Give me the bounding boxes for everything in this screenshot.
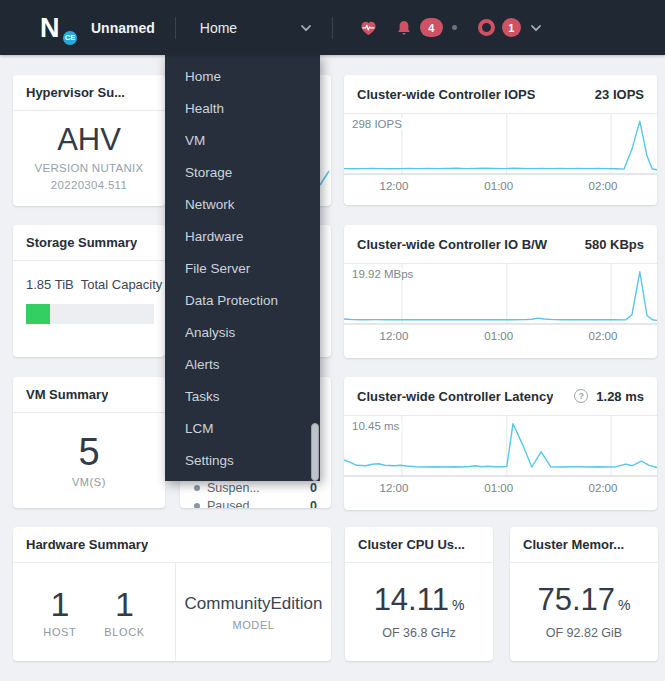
tasks-chevron-down-icon[interactable] <box>530 22 542 34</box>
alerts-count-badge[interactable]: 4 <box>420 18 443 37</box>
x-tick-label: 12:00 <box>380 180 409 192</box>
hypervisor-type: AHV <box>57 124 121 157</box>
storage-bar-fill <box>26 304 50 324</box>
card-title: Hypervisor Su... <box>26 85 125 100</box>
vm-count-label: VM(S) <box>72 476 106 488</box>
block-count[interactable]: 1 <box>115 587 134 621</box>
cluster-name[interactable]: Unnamed <box>91 20 155 36</box>
memory-usage-value: 75.17 <box>537 584 615 615</box>
nutanix-logo[interactable]: N CE <box>40 13 70 43</box>
y-max-label: 298 IOPS <box>352 118 405 130</box>
alerts-bell-icon[interactable] <box>395 19 413 37</box>
menu-item-settings[interactable]: Settings <box>165 444 320 476</box>
storage-usage-bar[interactable] <box>26 304 154 324</box>
nav-home-dropdown[interactable]: Home <box>177 0 332 55</box>
cluster-memory-card: Cluster Memor... 75.17 % OF 92.82 GiB <box>510 527 658 661</box>
iops-current-value: 23 IOPS <box>595 87 644 102</box>
community-edition-badge: CE <box>62 30 78 46</box>
menu-item-lcm[interactable]: LCM <box>165 412 320 444</box>
memory-usage-unit: % <box>618 597 630 613</box>
card-title: Cluster CPU Us... <box>358 537 465 552</box>
y-max-label: 10.45 ms <box>352 420 402 432</box>
cluster-cpu-card: Cluster CPU Us... 14.11 % OF 36.8 GHz <box>345 527 493 661</box>
menu-item-hardware[interactable]: Hardware <box>165 220 320 252</box>
menu-item-data-protection[interactable]: Data Protection <box>165 284 320 316</box>
block-label: BLOCK <box>104 626 144 638</box>
host-label: HOST <box>43 626 76 638</box>
card-title: Cluster-wide Controller Latency <box>357 389 553 404</box>
header-divider <box>332 17 333 39</box>
x-tick-label: 02:00 <box>589 180 618 192</box>
cpu-capacity: OF 36.8 GHz <box>382 626 456 640</box>
controller-io-bw-card: Cluster-wide Controller IO B/W 580 KBps … <box>344 225 657 358</box>
vm-summary-card: VM Summary 5 VM(S) <box>13 377 165 508</box>
hardware-model: CommunityEdition <box>185 594 323 614</box>
cpu-usage-value: 14.11 <box>374 584 449 615</box>
bell-icon <box>395 19 413 37</box>
menu-item-file-server[interactable]: File Server <box>165 252 320 284</box>
tasks-ring-icon[interactable] <box>478 19 495 36</box>
card-title: Cluster-wide Controller IO B/W <box>357 237 547 252</box>
y-max-label: 19.92 MBps <box>352 268 416 280</box>
x-tick-label: 12:00 <box>380 482 409 494</box>
x-tick-label: 02:00 <box>589 482 618 494</box>
menu-item-analysis[interactable]: Analysis <box>165 316 320 348</box>
x-tick-label: 12:00 <box>380 330 409 342</box>
menu-item-storage[interactable]: Storage <box>165 156 320 188</box>
menu-item-network[interactable]: Network <box>165 188 320 220</box>
memory-capacity: OF 92.82 GiB <box>546 626 622 640</box>
top-nav-bar: N CE Unnamed Home 4 1 <box>0 0 665 55</box>
card-title: Hardware Summary <box>26 537 148 552</box>
card-title: VM Summary <box>26 387 108 402</box>
card-title: Storage Summary <box>26 235 137 250</box>
iops-chart: 298 IOPS 12:0001:0002:00 <box>344 113 657 205</box>
vm-count[interactable]: 5 <box>78 433 99 471</box>
hypervisor-summary-card: Hypervisor Su... AHV VERSION NUTANIX 202… <box>13 75 165 206</box>
host-count[interactable]: 1 <box>50 587 69 621</box>
menu-item-vm[interactable]: VM <box>165 124 320 156</box>
header-divider <box>175 17 176 39</box>
tasks-count-badge[interactable]: 1 <box>502 18 521 37</box>
hardware-summary-card: Hardware Summary 1 HOST 1 BLOCK Communit… <box>13 527 331 661</box>
total-capacity-line: 1.85 TiB Total Capacity <box>26 277 154 292</box>
menu-item-tasks[interactable]: Tasks <box>165 380 320 412</box>
help-icon[interactable]: ? <box>574 389 588 403</box>
latency-chart: 10.45 ms 12:0001:0002:00 <box>344 415 657 510</box>
legend-dot-icon <box>194 503 200 508</box>
menu-scrollbar-thumb[interactable] <box>311 423 319 481</box>
controller-latency-card: Cluster-wide Controller Latency ? 1.28 m… <box>344 377 657 510</box>
menu-item-alerts[interactable]: Alerts <box>165 348 320 380</box>
x-tick-label: 01:00 <box>484 180 513 192</box>
health-heart-icon[interactable] <box>359 18 378 37</box>
menu-item-home[interactable]: Home <box>165 60 320 92</box>
home-dropdown-menu: HomeHealthVMStorageNetworkHardwareFile S… <box>165 55 320 481</box>
hypervisor-version: VERSION NUTANIX 20220304.511 <box>34 160 143 193</box>
card-title: Cluster Memor... <box>523 537 624 552</box>
chevron-down-icon <box>300 22 312 34</box>
vm-legend-row-suspended[interactable]: Suspen... 0 <box>180 480 331 496</box>
separator-dot-icon <box>452 25 457 30</box>
storage-summary-card: Storage Summary 1.85 TiB Total Capacity <box>13 225 165 357</box>
heart-pulse-icon <box>359 18 378 37</box>
hidden-sparkline-fragment <box>319 170 331 186</box>
latency-current-value: 1.28 ms <box>596 389 644 404</box>
io-bw-chart: 19.92 MBps 12:0001:0002:00 <box>344 263 657 358</box>
nav-selected-label: Home <box>200 20 237 36</box>
controller-iops-card: Cluster-wide Controller IOPS 23 IOPS 298… <box>344 75 657 205</box>
menu-item-health[interactable]: Health <box>165 92 320 124</box>
x-tick-label: 02:00 <box>589 330 618 342</box>
io-bw-current-value: 580 KBps <box>585 237 644 252</box>
x-tick-label: 01:00 <box>484 482 513 494</box>
cpu-usage-unit: % <box>452 597 464 613</box>
vm-legend-row-paused[interactable]: Paused 0 <box>180 498 331 508</box>
card-title: Cluster-wide Controller IOPS <box>357 87 535 102</box>
legend-dot-icon <box>194 485 200 491</box>
model-label: MODEL <box>232 619 274 631</box>
x-tick-label: 01:00 <box>484 330 513 342</box>
